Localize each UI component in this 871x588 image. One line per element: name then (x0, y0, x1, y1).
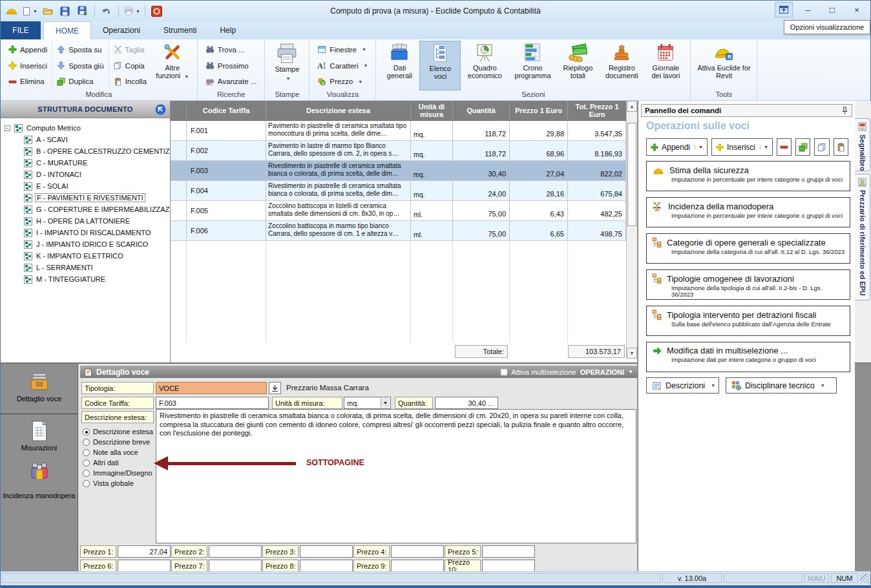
table-row[interactable]: F.006Zoccolino battiscopa in marmo tipo … (171, 221, 637, 241)
table-row[interactable]: F.002Pavimento in lastre di marmo tipo B… (171, 141, 637, 161)
tree-item[interactable]: C - MURATURE (5, 157, 170, 169)
unita-misura-select[interactable]: mq.▼ (344, 397, 391, 409)
taglia-button[interactable]: Taglia (112, 43, 149, 57)
nav-dettaglio-voce[interactable]: Dettaglio voce (1, 395, 78, 403)
tree-root[interactable]: −Computo Metrico (5, 122, 170, 134)
altre-funzioni-button[interactable]: Altre funzioni ▼ (151, 41, 194, 90)
radio-altri-dati[interactable]: Altri dati (83, 457, 153, 468)
sezione-dati-generali[interactable]: Dati generali (379, 41, 419, 90)
print-button[interactable]: ▼ (123, 4, 140, 18)
prezzo-button[interactable]: $Prezzo▼ (315, 74, 370, 89)
prezzo9-field[interactable] (391, 560, 444, 572)
tree-item[interactable]: A - SCAVI (5, 134, 170, 145)
tree-item[interactable]: E - SOLAI (5, 180, 170, 192)
unita-dropdown-icon[interactable]: ▼ (381, 398, 390, 408)
quantita-more-icon[interactable]: … (487, 399, 495, 407)
collapse-panel-icon[interactable] (155, 104, 166, 115)
scroll-thumb[interactable] (627, 123, 636, 226)
tree-item[interactable]: D - INTONACI (5, 169, 170, 180)
card-incidenza-manodopera[interactable]: Incidenza della manodopera Imputazione i… (646, 197, 850, 227)
col-tot-prezzo1[interactable]: Tot. Prezzo 1 Euro (568, 101, 626, 121)
scroll-down-icon[interactable]: ▼ (627, 348, 637, 359)
nav-misurazioni[interactable]: Misurazioni (1, 444, 78, 452)
pin-icon[interactable] (841, 106, 848, 114)
tab-operazioni[interactable]: Operazioni (91, 21, 152, 39)
table-scrollbar[interactable]: ▲ ▼ (626, 101, 637, 359)
operazioni-dropdown-icon[interactable]: ▼ (628, 369, 633, 375)
finestre-button[interactable]: Finestre▼ (315, 43, 370, 57)
tab-help[interactable]: Help (208, 21, 247, 39)
radio-descrizione-breve[interactable]: Descrizione breve (83, 437, 153, 447)
nav-incidenza-manodopera[interactable]: Incidenza manodopera (1, 492, 78, 500)
maximize-button[interactable]: □ (823, 2, 842, 17)
tab-file[interactable]: FILE (1, 21, 41, 39)
prezzo6-field[interactable] (118, 560, 171, 572)
prezzo7-field[interactable] (209, 560, 262, 572)
descrizioni-button[interactable]: Descrizioni▼ (646, 377, 719, 394)
save-as-button[interactable] (76, 4, 90, 18)
sezione-riepilogo-totali[interactable]: Riepilogo totali (556, 41, 599, 90)
ribbon-display-options-button[interactable] (775, 2, 793, 17)
exit-button[interactable] (150, 4, 164, 18)
save-button[interactable] (58, 4, 72, 18)
caratteri-button[interactable]: ACaratteri▼ (315, 59, 370, 73)
operazioni-menu[interactable]: OPERAZIONI (580, 368, 624, 376)
print-dropdown[interactable]: ▼ (136, 9, 140, 14)
table-row-selected[interactable]: F.003Rivestimento in piastrelle di ceram… (171, 161, 637, 181)
codice-tariffa-field[interactable]: F.003 (156, 397, 269, 409)
tab-strumenti[interactable]: Strumenti (152, 21, 208, 39)
prezzo10-field[interactable] (482, 560, 535, 572)
tree-item[interactable]: M - TINTEGGIATURE (5, 273, 170, 285)
tree-item[interactable]: K - IMPIANTO ELETTRICO (5, 250, 170, 262)
tab-prezzario-epu[interactable]: Prezzario di riferimento ed EPU (855, 174, 870, 300)
col-quantita[interactable]: Quantità (453, 101, 510, 121)
card-tipologia-detrazioni[interactable]: Tipologia intervento per detrazioni fisc… (646, 306, 850, 336)
tab-home[interactable]: HOME (43, 21, 91, 39)
quantita-field[interactable]: 30,40… (435, 397, 498, 409)
card-tipologie-omogenee[interactable]: Tipologie omogenee di lavorazioni Imputa… (646, 269, 850, 300)
tab-segnalibro[interactable]: Segnalibro (855, 118, 870, 171)
inserisci-button[interactable]: Inserisci (6, 59, 49, 73)
col-prezzo1[interactable]: Prezzo 1 Euro (510, 101, 568, 121)
col-descrizione[interactable]: Descrizione estesa (266, 101, 411, 121)
card-modifica-multiselezione[interactable]: Modifica dati in multiselezione ... Impu… (646, 342, 850, 372)
undo-button[interactable] (100, 4, 114, 18)
inserisci-voce-button[interactable]: Inserisci▼ (711, 138, 773, 156)
radio-vista-globale[interactable]: Vista globale (83, 478, 153, 488)
scroll-up-icon[interactable]: ▲ (627, 101, 637, 112)
trova-button[interactable]: Trova ... (204, 43, 259, 57)
sezione-elenco-voci[interactable]: Elenco voci (419, 41, 461, 90)
tree-item-selected[interactable]: F - PAVIMENTI E RIVESTIMENTI (5, 192, 170, 204)
tree-item[interactable]: L - SERRAMENTI (5, 262, 170, 273)
open-file-button[interactable] (41, 4, 55, 18)
prezzo3-field[interactable] (300, 545, 353, 558)
incolla-button[interactable]: Incolla (112, 74, 149, 89)
duplica-button[interactable]: Duplica (55, 74, 105, 89)
resize-grip[interactable] (860, 573, 869, 583)
copia-voce-button[interactable] (814, 138, 829, 156)
avanzate-button[interactable]: ABCAvanzate ... (204, 74, 259, 89)
appendi-button[interactable]: Appendi (6, 43, 49, 57)
minimize-button[interactable]: – (798, 2, 817, 17)
sezione-giornale-lavori[interactable]: Giornale dei lavori (644, 41, 687, 90)
close-button[interactable]: × (847, 2, 866, 17)
attiva-revit-button[interactable]: R Attiva Euclide for Revit (694, 41, 753, 90)
tree-item[interactable]: H - OPERE DA LATTONIERE (5, 215, 170, 227)
multiselezione-checkbox[interactable] (501, 369, 507, 375)
copia-button[interactable]: Copia (112, 59, 149, 73)
expander-icon[interactable]: − (5, 125, 10, 131)
appendi-voce-button[interactable]: Appendi▼ (646, 138, 708, 156)
tree-item[interactable]: G - COPERTURE E IMPERMEABILIZZAZIONI (5, 204, 170, 215)
stampe-button[interactable]: Stampe▼ (268, 41, 306, 90)
sezione-crono-programma[interactable]: Crono programma (509, 41, 556, 90)
prezzo1-field[interactable]: 27,04 (118, 545, 171, 558)
table-row[interactable]: F.005Zoccolino battiscopa in listelli di… (171, 201, 637, 221)
elimina-button[interactable]: Elimina (6, 74, 49, 89)
table-row[interactable]: F.001Pavimento in piastrelle di ceramica… (171, 121, 637, 141)
prezzo2-field[interactable] (209, 545, 262, 558)
prezzo4-field[interactable] (391, 545, 444, 558)
sposta-su-button[interactable]: Sposta su (55, 43, 105, 57)
col-codice-tariffa[interactable]: Codice Tariffa (187, 101, 266, 121)
card-categorie-opere[interactable]: Categorie di opere generali e specializz… (646, 233, 850, 264)
card-stima-sicurezza[interactable]: Stima della sicurezza Imputazione in per… (646, 161, 850, 191)
